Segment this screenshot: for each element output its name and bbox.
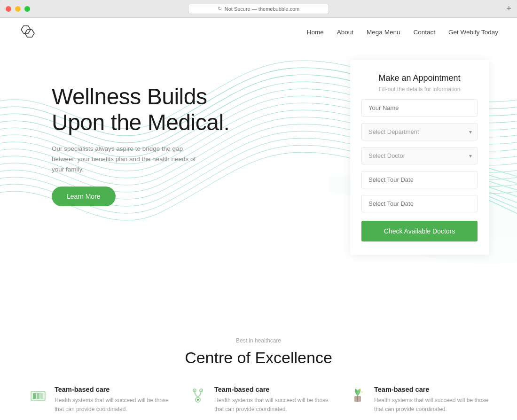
appointment-card: Make an Appointment Fill-out the details…: [350, 60, 489, 255]
close-button[interactable]: [6, 6, 11, 12]
svg-point-7: [197, 399, 199, 401]
tour-date2-input[interactable]: [361, 195, 478, 212]
minimize-button[interactable]: [15, 6, 21, 12]
navbar: Home About Mega Menu Contact Get Webify …: [0, 18, 517, 46]
card-subtitle: Fill-out the details for information: [361, 86, 478, 93]
svg-rect-5: [40, 393, 43, 399]
refresh-icon: ↻: [218, 6, 222, 12]
feature-text-1: Team-based care Health systems that will…: [55, 386, 169, 414]
address-bar[interactable]: ↻ Not Secure — themebubble.com: [188, 4, 329, 14]
feature-item-2: Team-based care Health systems that will…: [188, 386, 329, 414]
address-text: Not Secure — themebubble.com: [225, 6, 300, 12]
excellence-section: Best in healthcare Centre of Excellence: [0, 309, 517, 420]
feature-title-3: Team-based care: [374, 386, 489, 393]
hero-subtitle: Our specialists always aspire to bridge …: [52, 144, 197, 174]
section-title: Centre of Excellence: [28, 349, 489, 367]
feature-desc-3: Health systems that will succeed will be…: [374, 396, 489, 414]
feature-icon-1: [28, 386, 48, 405]
nav-links: Home About Mega Menu Contact Get Webify …: [307, 29, 498, 36]
card-title: Make an Appointment: [361, 73, 478, 83]
name-input[interactable]: [361, 99, 478, 117]
feature-desc-2: Health systems that will succeed will be…: [214, 396, 329, 414]
doctor-select-wrapper: Select Doctor: [361, 147, 478, 164]
hero-section: Wellness Builds Upon the Medical. Our sp…: [0, 46, 517, 309]
feature-icon-2: [188, 386, 208, 405]
feature-title-2: Team-based care: [214, 386, 329, 393]
nav-cta[interactable]: Get Webify Today: [448, 29, 498, 36]
browser-window: ↻ Not Secure — themebubble.com + Home Ab…: [0, 0, 517, 420]
nav-home[interactable]: Home: [307, 29, 324, 36]
learn-more-button[interactable]: Learn More: [52, 187, 116, 206]
check-doctors-button[interactable]: Check Available Doctors: [361, 221, 478, 241]
tour-date1-input[interactable]: [361, 171, 478, 188]
svg-rect-4: [37, 393, 39, 399]
feature-text-3: Team-based care Health systems that will…: [374, 386, 489, 414]
nav-contact[interactable]: Contact: [413, 29, 435, 36]
nav-mega-menu[interactable]: Mega Menu: [367, 29, 400, 36]
section-eyebrow: Best in healthcare: [28, 337, 489, 344]
feature-item-1: Team-based care Health systems that will…: [28, 386, 169, 414]
department-select-wrapper: Select Department: [361, 123, 478, 140]
feature-item-3: ★ ★ Team-based care Health systems that …: [348, 386, 489, 414]
features-grid: Team-based care Health systems that will…: [28, 386, 489, 420]
logo[interactable]: [19, 25, 38, 39]
new-tab-button[interactable]: +: [506, 4, 511, 14]
hero-content: Wellness Builds Upon the Medical. Our sp…: [0, 46, 235, 234]
feature-title-1: Team-based care: [55, 386, 169, 393]
nav-about[interactable]: About: [337, 29, 353, 36]
feature-icon-3: ★ ★: [348, 386, 368, 405]
feature-text-2: Team-based care Health systems that will…: [214, 386, 329, 414]
hero-title: Wellness Builds Upon the Medical.: [52, 84, 235, 135]
browser-titlebar: ↻ Not Secure — themebubble.com +: [0, 0, 517, 18]
svg-rect-3: [33, 393, 36, 399]
svg-text:★: ★: [361, 390, 363, 393]
department-select[interactable]: Select Department: [361, 123, 478, 140]
maximize-button[interactable]: [24, 6, 30, 12]
page-content: Home About Mega Menu Contact Get Webify …: [0, 18, 517, 420]
doctor-select[interactable]: Select Doctor: [361, 147, 478, 164]
feature-desc-1: Health systems that will succeed will be…: [55, 396, 169, 414]
